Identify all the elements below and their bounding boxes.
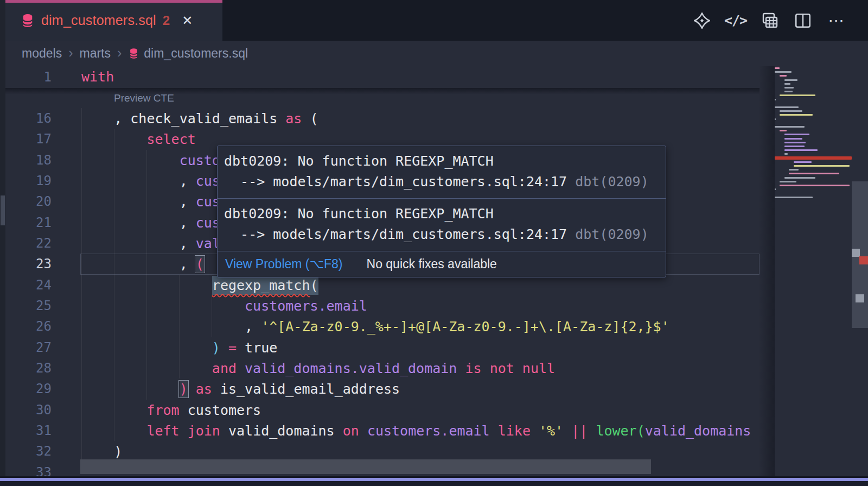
code-token: true xyxy=(245,340,277,356)
diagnostic-location: --> models/marts/dim_customers.sql:24:17… xyxy=(224,172,659,192)
minimap[interactable] xyxy=(775,66,852,477)
diagnostic-source: dbt(0209) xyxy=(575,174,648,190)
line-number: 25 xyxy=(0,295,52,317)
left-edge-strip xyxy=(0,0,5,486)
view-problem-link[interactable]: View Problem (⌥F8) xyxy=(225,257,343,272)
code-token: valid_domains xyxy=(228,423,335,439)
split-editor-icon[interactable] xyxy=(793,11,813,30)
line-content: , '^[A-Za-z0-9._%+-]+@[A-Za-z0-9.-]+\.[A… xyxy=(81,316,669,337)
code-token xyxy=(335,423,343,439)
minimap-line xyxy=(775,118,776,120)
code-token: ( xyxy=(637,423,645,439)
code-line-30[interactable]: 30 from customers xyxy=(0,400,760,421)
code-token: , xyxy=(180,173,196,189)
line-number: 30 xyxy=(0,400,52,421)
code-token: customers.email xyxy=(367,423,490,439)
code-token: || xyxy=(571,423,588,439)
code-token: from xyxy=(146,402,179,418)
code-token: ) xyxy=(114,444,122,459)
tab-error-count-badge: 2 xyxy=(163,13,170,28)
diagnostic-title: dbt0209: No function REGEXP_MATCH xyxy=(224,204,659,224)
minimap-line xyxy=(784,177,815,179)
breadcrumb-separator: › xyxy=(117,45,122,61)
minimap-line xyxy=(780,185,850,186)
sticky-scroll-line[interactable]: 1 with xyxy=(0,66,760,88)
line-content: and valid_domains.valid_domain is not nu… xyxy=(81,358,555,379)
tab-title: dim_customers.sql xyxy=(41,12,156,28)
minimap-line xyxy=(780,94,815,96)
minimap-shadow xyxy=(758,66,775,477)
code-line-16[interactable]: 16 , check_valid_emails as ( xyxy=(0,108,760,129)
line-number: 23 xyxy=(0,254,52,275)
breadcrumb-item-dim-customers-sql[interactable]: dim_customers.sql xyxy=(144,46,248,61)
code-token: , check_valid_emails xyxy=(114,111,285,127)
minimap-line xyxy=(794,161,812,163)
breadcrumb-item-models[interactable]: models xyxy=(22,46,62,61)
code-token: , xyxy=(180,215,196,231)
minimap-line xyxy=(784,142,806,143)
code-token: , xyxy=(180,236,196,251)
code-token: as xyxy=(196,381,212,397)
code-line-28[interactable]: 28 and valid_domains.valid_domain is not… xyxy=(0,358,760,379)
minimap-line xyxy=(784,134,809,135)
minimap-line xyxy=(775,126,805,128)
code-line-25[interactable]: 25 customers.email xyxy=(0,295,760,317)
minimap-line xyxy=(784,87,794,89)
code-token xyxy=(180,423,188,439)
minimap-line xyxy=(784,91,793,92)
sticky-line-code: with xyxy=(81,66,114,88)
code-token: join xyxy=(188,423,220,439)
more-actions-icon[interactable]: ⋯ xyxy=(827,11,846,30)
minimap-error-line xyxy=(775,156,852,160)
breadcrumb-item-marts[interactable]: marts xyxy=(79,46,111,61)
code-token xyxy=(220,423,228,439)
code-line-27[interactable]: 27 ) = true xyxy=(0,337,760,358)
line-content: select xyxy=(81,129,196,150)
line-number: 29 xyxy=(0,378,52,400)
code-token: '%' xyxy=(539,423,563,439)
tab-bar: dim_customers.sql 2 ✕ </> xyxy=(5,0,868,41)
sticky-scroll-shadow xyxy=(0,88,760,94)
diagnostic-title: dbt0209: No function REGEXP_MATCH xyxy=(224,151,659,172)
line-number: 32 xyxy=(0,441,52,462)
code-token: '^[A-Za-z0-9._%+-]+@[A-Za-z0-9.-]+\.[A-Z… xyxy=(261,319,669,334)
sticky-line-number: 1 xyxy=(0,66,52,88)
line-content: ) as is_valid_email_address xyxy=(81,378,400,400)
vertical-scrollbar[interactable] xyxy=(852,66,868,477)
code-line-31[interactable]: 31 left join valid_domains on customers.… xyxy=(0,420,760,441)
diagnostic-message: dbt0209: No function REGEXP_MATCH --> mo… xyxy=(218,199,666,251)
minimap-line xyxy=(784,146,805,147)
minimap-line xyxy=(789,169,799,171)
query-results-icon[interactable] xyxy=(760,11,779,30)
line-content: left join valid_domains on customers.ema… xyxy=(81,420,751,441)
tab-dim-customers[interactable]: dim_customers.sql 2 ✕ xyxy=(5,0,222,41)
editor-actions: </> ⋯ xyxy=(692,0,846,41)
tab-close-icon[interactable]: ✕ xyxy=(182,13,193,28)
code-token: not xyxy=(490,361,514,376)
code-line-24[interactable]: 24 regexp_match( xyxy=(0,275,760,296)
code-token xyxy=(180,402,188,418)
code-line-29[interactable]: 29 ) as is_valid_email_address xyxy=(0,378,760,400)
minimap-line xyxy=(780,114,813,116)
code-token: , xyxy=(180,194,196,210)
code-token: null xyxy=(522,361,555,376)
code-token: as xyxy=(285,111,302,127)
code-token: valid_domains xyxy=(645,423,751,439)
minimap-line xyxy=(780,130,787,131)
horizontal-scrollbar-thumb[interactable] xyxy=(80,459,651,474)
compiled-code-icon[interactable]: </> xyxy=(726,11,745,30)
line-number: 24 xyxy=(0,275,52,296)
code-token: ( xyxy=(310,277,318,293)
left-strip-scrollbar-thumb[interactable] xyxy=(1,195,5,225)
bottom-edge xyxy=(0,481,868,486)
minimap-line xyxy=(775,197,813,198)
overview-ruler-marker xyxy=(856,294,864,302)
diagnostic-message: dbt0209: No function REGEXP_MATCH --> mo… xyxy=(218,146,666,199)
code-token: customers.email xyxy=(245,298,367,314)
line-number: 19 xyxy=(0,171,52,192)
minimap-line xyxy=(775,67,780,69)
minimap-line xyxy=(789,173,839,174)
dbt-icon[interactable] xyxy=(692,11,712,30)
code-line-26[interactable]: 26 , '^[A-Za-z0-9._%+-]+@[A-Za-z0-9.-]+\… xyxy=(0,316,760,337)
line-content: ) = true xyxy=(81,337,277,358)
